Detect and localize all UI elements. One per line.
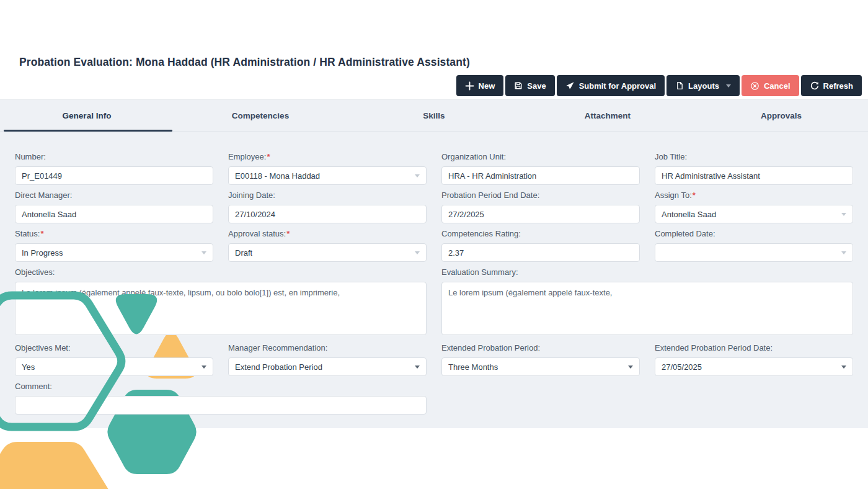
chevron-down-icon bbox=[726, 84, 731, 87]
employee-label: Employee:* bbox=[228, 152, 427, 161]
field-organization-unit: Organization Unit: bbox=[441, 152, 640, 185]
tab-competencies-label: Competencies bbox=[232, 111, 289, 120]
direct-manager-label: Direct Manager: bbox=[15, 191, 213, 200]
approval-status-select[interactable]: Draft bbox=[228, 243, 427, 262]
chevron-down-icon bbox=[628, 366, 633, 369]
joining-date-input[interactable] bbox=[228, 205, 427, 223]
employee-selected-value: E00118 - Mona Haddad bbox=[235, 171, 320, 181]
field-manager-recommendation: Manager Recommendation: Extend Probation… bbox=[228, 343, 427, 376]
objectives-met-select[interactable]: Yes bbox=[15, 357, 213, 376]
field-assign-to: Assign To:* Antonella Saad bbox=[655, 191, 853, 223]
refresh-button-label: Refresh bbox=[823, 81, 853, 91]
chevron-down-icon bbox=[415, 251, 420, 254]
competencies-rating-input[interactable] bbox=[441, 243, 640, 262]
job-title-input[interactable] bbox=[655, 166, 853, 185]
field-number: Number: bbox=[15, 152, 213, 185]
status-selected-value: In Progress bbox=[22, 248, 63, 258]
organization-unit-input[interactable] bbox=[441, 166, 640, 185]
chevron-down-icon bbox=[841, 366, 846, 369]
cancel-circle-icon bbox=[750, 81, 760, 91]
new-button[interactable]: New bbox=[456, 75, 504, 96]
completed-date-select[interactable] bbox=[655, 243, 853, 262]
extended-probation-period-selected-value: Three Months bbox=[448, 362, 498, 372]
number-label: Number: bbox=[15, 152, 213, 161]
joining-date-label: Joining Date: bbox=[228, 191, 427, 200]
tab-approvals[interactable]: Approvals bbox=[694, 100, 868, 132]
field-status: Status:* In Progress bbox=[15, 229, 213, 262]
extended-probation-period-select[interactable]: Three Months bbox=[441, 357, 640, 376]
tab-attachment[interactable]: Attachment bbox=[521, 100, 694, 132]
assign-to-selected-value: Antonella Saad bbox=[662, 210, 716, 219]
assign-to-label: Assign To:* bbox=[655, 191, 853, 200]
approval-status-label: Approval status:* bbox=[228, 229, 427, 238]
direct-manager-input[interactable] bbox=[15, 205, 213, 223]
field-comment: Comment: bbox=[15, 382, 427, 415]
file-icon bbox=[675, 81, 684, 90]
field-extended-probation-period: Extended Probation Period: Three Months bbox=[441, 343, 640, 376]
tab-attachment-label: Attachment bbox=[585, 111, 631, 120]
approval-status-selected-value: Draft bbox=[235, 248, 252, 258]
cancel-button[interactable]: Cancel bbox=[742, 75, 799, 96]
tab-skills[interactable]: Skills bbox=[347, 100, 521, 132]
field-joining-date: Joining Date: bbox=[228, 191, 427, 223]
save-icon bbox=[514, 81, 523, 90]
objectives-textarea[interactable]: Le lorem ipsum (également appelé faux-te… bbox=[15, 282, 427, 335]
field-direct-manager: Direct Manager: bbox=[15, 191, 213, 223]
save-button[interactable]: Save bbox=[505, 75, 554, 96]
field-approval-status: Approval status:* Draft bbox=[228, 229, 427, 262]
probation-period-end-date-input[interactable] bbox=[441, 205, 640, 223]
field-completed-date: Completed Date: bbox=[655, 229, 853, 262]
field-probation-period-end-date: Probation Period End Date: bbox=[441, 191, 640, 223]
submit-button-label: Submit for Approval bbox=[579, 81, 656, 91]
employee-select[interactable]: E00118 - Mona Haddad bbox=[228, 166, 427, 185]
tab-general-info[interactable]: General Info bbox=[0, 100, 174, 132]
extended-probation-period-date-selected-value: 27/05/2025 bbox=[662, 362, 702, 372]
tab-general-info-label: General Info bbox=[63, 111, 112, 120]
field-job-title: Job Title: bbox=[655, 152, 853, 185]
tab-competencies[interactable]: Competencies bbox=[174, 100, 347, 132]
field-extended-probation-period-date: Extended Probation Period Date: 27/05/20… bbox=[655, 343, 853, 376]
tab-bar: General Info Competencies Skills Attachm… bbox=[0, 100, 868, 132]
field-evaluation-summary: Evaluation Summary: Le lorem ipsum (égal… bbox=[441, 267, 853, 338]
evaluation-summary-label: Evaluation Summary: bbox=[441, 267, 853, 277]
assign-to-select[interactable]: Antonella Saad bbox=[655, 205, 853, 223]
number-input[interactable] bbox=[15, 166, 213, 185]
field-objectives-met: Objectives Met: Yes bbox=[15, 343, 213, 376]
chevron-down-icon bbox=[841, 213, 846, 216]
evaluation-summary-textarea[interactable]: Le lorem ipsum (également appelé faux-te… bbox=[441, 282, 853, 335]
required-asterisk: * bbox=[40, 229, 43, 238]
field-employee: Employee:* E00118 - Mona Haddad bbox=[228, 152, 427, 185]
refresh-icon bbox=[810, 81, 819, 91]
tab-skills-label: Skills bbox=[423, 111, 445, 120]
probation-period-end-date-label: Probation Period End Date: bbox=[441, 191, 640, 200]
chevron-down-icon bbox=[415, 174, 420, 177]
plus-icon bbox=[465, 81, 474, 91]
submit-for-approval-button[interactable]: Submit for Approval bbox=[557, 75, 665, 96]
content-area: General Info Competencies Skills Attachm… bbox=[0, 100, 868, 428]
chevron-down-icon bbox=[841, 251, 846, 254]
decor-orange-hexagon bbox=[0, 442, 120, 489]
completed-date-label: Completed Date: bbox=[655, 229, 853, 238]
status-select[interactable]: In Progress bbox=[15, 243, 213, 262]
cancel-button-label: Cancel bbox=[764, 81, 790, 91]
status-label: Status:* bbox=[15, 229, 213, 238]
active-tab-underline bbox=[4, 130, 172, 132]
page-title: Probation Evaluation: Mona Haddad (HR Ad… bbox=[19, 56, 470, 69]
field-objectives: Objectives: Le lorem ipsum (également ap… bbox=[15, 267, 427, 338]
field-competencies-rating: Competencies Rating: bbox=[441, 229, 640, 262]
job-title-label: Job Title: bbox=[655, 152, 853, 161]
required-asterisk: * bbox=[693, 191, 696, 200]
layouts-button[interactable]: Layouts bbox=[666, 75, 740, 96]
competencies-rating-label: Competencies Rating: bbox=[441, 229, 640, 238]
extended-probation-period-date-label: Extended Probation Period Date: bbox=[655, 343, 853, 352]
objectives-label: Objectives: bbox=[15, 267, 427, 277]
manager-recommendation-selected-value: Extend Probation Period bbox=[235, 362, 322, 372]
send-icon bbox=[565, 81, 575, 91]
extended-probation-period-label: Extended Probation Period: bbox=[441, 343, 640, 352]
refresh-button[interactable]: Refresh bbox=[801, 75, 862, 96]
toolbar: New Save Submit for Approval Layouts Can… bbox=[456, 75, 862, 96]
manager-recommendation-label: Manager Recommendation: bbox=[228, 343, 427, 352]
extended-probation-period-date-select[interactable]: 27/05/2025 bbox=[655, 357, 853, 376]
comment-input[interactable] bbox=[15, 396, 427, 415]
manager-recommendation-select[interactable]: Extend Probation Period bbox=[228, 357, 427, 376]
